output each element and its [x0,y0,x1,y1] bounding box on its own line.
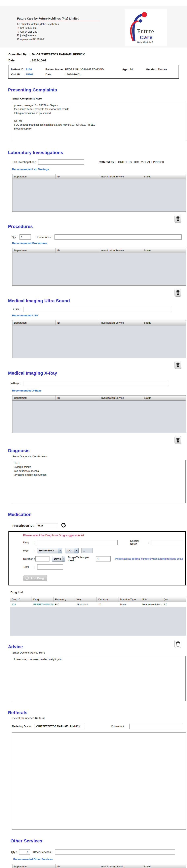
colon: : [65,73,66,76]
medication-title: Medication [8,512,187,517]
referring-doctor-input[interactable] [35,723,85,729]
procedures-qty-input[interactable] [20,235,31,240]
procedures-table: DepartmentIDInvestigation/ServiceStatus [12,248,186,286]
patient-name-label: Patient Name [45,68,63,71]
recommended-other-services-link[interactable]: Recommended Other Services [13,858,53,861]
procedures-field-row: Qty : Procedures : [12,235,187,240]
consultant-input[interactable] [129,723,183,729]
advice-title: Advice [8,644,187,650]
duration-unit-select[interactable]: Day/s ▼ [52,556,65,562]
procedures-input[interactable] [54,235,182,240]
diagnosis-title: Diagnosis [8,448,187,453]
colon: : [35,565,37,568]
xray-table-body [12,401,186,433]
diagnosis-textarea[interactable]: URTI ?Allergic rhinitis Iron deficiency … [12,460,186,503]
heart-icon: ♥ [145,36,147,39]
xray-table: DepartmentIDInvestigation/ServiceStatus [12,395,186,433]
uss-title: Medical Imaging Ultra Sound [8,298,187,304]
colon: : [24,73,25,76]
advice-textarea[interactable]: 1. reassure, counseled on diet, weight g… [12,656,186,701]
qty-cell: 1.0 [162,602,186,607]
drug-input[interactable] [37,540,117,545]
column-header: ID [56,396,99,400]
referrals-sublabel: Select the needed Refferal [12,717,187,720]
drug-label: Drug [23,541,35,544]
procedures-table-header: DepartmentIDInvestigation/ServiceStatus [12,248,186,253]
referred-by-value: ORITSETSETOS RAPHAEL PINNICK [118,160,164,163]
column-header: Status [142,320,186,325]
xray-input[interactable] [23,381,169,386]
visit-id-value: 15961 [26,73,33,76]
column-header: Note [140,597,162,602]
advice-trash-button[interactable] [175,640,181,648]
referrals-title: Refferals [8,710,187,715]
xray-trash-button[interactable] [175,436,181,444]
presenting-complaints-title: Presenting Complaints [8,87,187,93]
recommended-xrays-link[interactable]: Recommended X-Rays [12,389,41,392]
column-header: Way [75,597,97,602]
column-header: ID [56,174,99,179]
laboratory-investigations-title: Laboratory Investigations [8,150,187,155]
colon: : [35,541,37,544]
lab-investigation-input[interactable] [38,159,84,164]
refresh-prescription-button[interactable] [61,522,66,529]
prescription-row: Prescription ID : [12,522,187,529]
visit-date-label: Date [45,73,64,76]
other-services-qty-label: Qty : [11,850,17,854]
column-header: Investigation / Service [99,864,142,868]
special-notes-input[interactable] [151,540,183,545]
duration-type-cell: Day/s [118,602,140,607]
drug-name-cell: FERRIC AMMONIU [32,602,53,607]
way-frequency-value: OD [66,548,74,553]
uss-table-header: DepartmentIDInvestigation/ServiceStatus [12,320,186,326]
decimal-note: Please add as decimal numbers when addin… [115,557,183,560]
trash-outline-icon [176,641,180,647]
uss-field-row: USS : [13,307,187,312]
date-label: Date [8,59,29,62]
column-header: Status [142,396,186,400]
company-phone-1: T: +24 82 593 593 [17,26,100,30]
company-name: Future Care by Future Holdings (Pty) Lim… [17,17,100,21]
column-header: Status [142,864,186,868]
complaints-textarea[interactable]: pt seen, managed for ?URTI r/o Sepsis, f… [12,102,186,141]
way-row: Way : Before Meal ▼ OD ▼ [23,548,183,553]
drug-id-cell: 229 [10,602,32,607]
recommended-uss-link[interactable]: Recommended USS [12,314,38,317]
other-services-qty-input[interactable] [19,849,30,855]
other-services-input[interactable] [55,849,175,855]
duration-input[interactable] [35,556,49,561]
way-times-input [81,548,93,553]
duration-label: Duration : [23,557,35,560]
chevron-down-icon: ▼ [58,548,62,553]
referral-list-box [12,733,186,830]
plus-circle-icon [25,577,29,580]
recommended-procedures-link[interactable]: Recommended Procedures [12,242,47,245]
lab-trash-button[interactable] [175,215,181,223]
colon: : [128,68,129,71]
column-header: Investigation/Service [99,396,142,400]
prescription-id-input[interactable] [36,523,58,528]
way-label: Way [23,549,35,552]
procedures-trash-button[interactable] [175,288,181,297]
xray-title: Medical Imaging X-Ray [8,371,187,376]
note-cell: 10ml twice daily... [140,602,162,607]
uss-trash-button[interactable] [175,361,181,369]
add-drug-label: Add Drug [31,577,44,580]
uss-input[interactable] [23,307,172,312]
way-frequency-select[interactable]: OD ▼ [66,548,79,553]
frequency-cell: BID [53,602,75,607]
company-phone-2: T: +24 84 225 252 [17,30,100,34]
drug-list-row[interactable]: 229 FERRIC AMMONIU BID After Meal 10 Day… [10,602,186,607]
uss-table-body [12,326,186,358]
per-meal-input[interactable] [96,556,111,561]
uss-table: DepartmentIDInvestigation/ServiceStatus [12,320,186,358]
recommended-lab-testings-link[interactable]: Recommended Lab Testings [12,168,49,171]
logo-word-future: Future [137,28,167,35]
add-drug-button[interactable]: Add Drug [23,575,47,581]
drug-list-header: Drug IDDrugFequencyWayDurationDuration T… [10,597,186,602]
total-input[interactable] [37,564,63,569]
way-meal-select[interactable]: Before Meal ▼ [37,548,62,553]
other-services-field-row: Qty : Other Services : [11,849,187,855]
patient-id-value: 8160 [26,68,32,71]
column-header: Department [12,864,56,868]
